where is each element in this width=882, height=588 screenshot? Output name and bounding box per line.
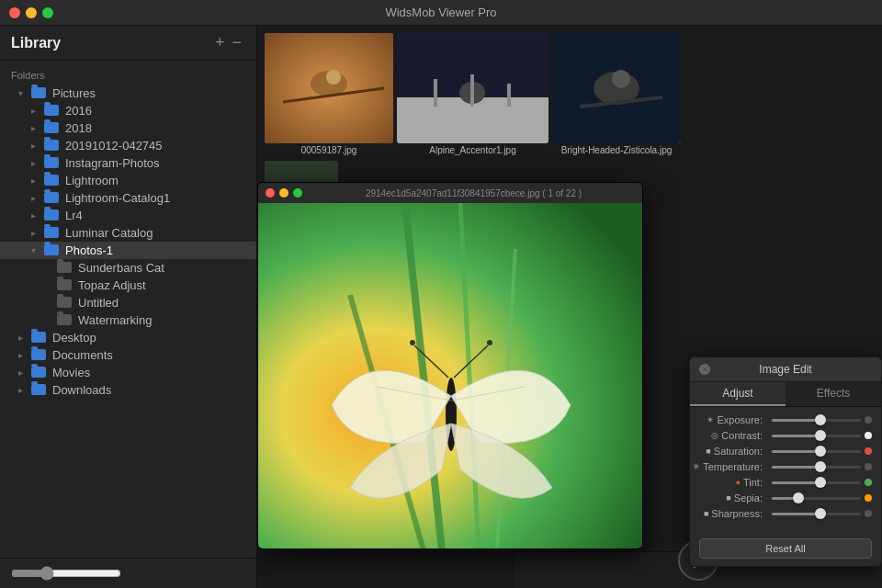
sidebar-item-20191012[interactable]: ▸ 20191012-042745 bbox=[0, 137, 256, 154]
thumbnail-filename: Bright-Headed-Zisticola.jpg bbox=[561, 143, 673, 157]
zoom-slider[interactable] bbox=[11, 566, 121, 581]
folder-icon bbox=[31, 332, 48, 345]
thumbnail-box[interactable] bbox=[552, 33, 681, 143]
tint-slider[interactable] bbox=[772, 481, 861, 484]
thumb-item-2[interactable]: Alpine_Accentor1.jpg bbox=[397, 33, 548, 157]
sidebar-item-label: Luminar Catalog bbox=[65, 226, 153, 240]
chevron-right-icon: ▸ bbox=[18, 385, 31, 395]
exposure-slider[interactable] bbox=[772, 419, 861, 422]
sidebar-bottom bbox=[0, 558, 256, 588]
chevron-right-icon: ▸ bbox=[31, 158, 44, 168]
svg-point-26 bbox=[487, 340, 492, 345]
sidebar-item-label: 2018 bbox=[65, 121, 92, 135]
sidebar-item-label: Untitled bbox=[78, 296, 119, 310]
sidebar-item-luminar[interactable]: ▸ Luminar Catalog bbox=[0, 224, 256, 242]
svg-point-3 bbox=[326, 70, 341, 85]
sidebar-item-instagram[interactable]: ▸ Instagram-Photos bbox=[0, 154, 256, 172]
folder-icon bbox=[44, 244, 61, 257]
tab-effects[interactable]: Effects bbox=[786, 382, 881, 406]
sepia-label: ■ Sepia: bbox=[699, 492, 768, 503]
sidebar-title: Library bbox=[11, 35, 211, 51]
saturation-slider[interactable] bbox=[772, 450, 861, 453]
thumb-item-3[interactable]: Bright-Headed-Zisticola.jpg bbox=[552, 33, 681, 157]
folder-icon bbox=[44, 105, 61, 118]
minimize-button[interactable] bbox=[26, 7, 37, 18]
tab-adjust[interactable]: Adjust bbox=[690, 382, 786, 406]
sharpness-icon: ■ bbox=[704, 509, 708, 518]
svg-rect-7 bbox=[434, 79, 437, 107]
thumbnail-row: 00059187.jpg Alpine_Ac bbox=[257, 26, 882, 157]
sidebar-item-2018[interactable]: ▸ 2018 bbox=[0, 119, 256, 137]
sidebar-item-label: Movies bbox=[52, 366, 90, 379]
remove-folder-button[interactable]: − bbox=[228, 33, 245, 52]
sidebar-item-label: Sunderbans Cat bbox=[78, 261, 164, 275]
exposure-row: ☀ Exposure: bbox=[699, 414, 872, 425]
sepia-icon: ■ bbox=[726, 493, 730, 503]
svg-point-12 bbox=[612, 70, 630, 88]
tint-row: ● Tint: bbox=[699, 477, 872, 488]
thumbnail-box[interactable] bbox=[397, 33, 548, 143]
sidebar-item-topaz[interactable]: Topaz Adjust bbox=[0, 277, 256, 294]
chevron-right-icon: ▸ bbox=[31, 193, 44, 203]
edit-panel-title: Image Edit bbox=[759, 363, 811, 376]
sidebar-item-label: Lightroom-Catalog1 bbox=[65, 191, 170, 205]
sidebar-item-sunderbans[interactable]: Sunderbans Cat bbox=[0, 259, 256, 277]
main-layout: Library + − Folders ▾ Pictures ▸ 2016 ▸ … bbox=[0, 26, 882, 588]
sidebar-item-untitled[interactable]: Untitled bbox=[0, 294, 256, 311]
sidebar-item-watermarking[interactable]: Watermarking bbox=[0, 311, 256, 329]
viewer-titlebar: 2914ec1d5a2407ad11f30841957cbece.jpg ( 1… bbox=[258, 183, 642, 203]
sidebar-item-downloads[interactable]: ▸ Downloads bbox=[0, 381, 256, 399]
viewer-maximize-button[interactable] bbox=[293, 188, 302, 198]
sidebar-item-pictures[interactable]: ▾ Pictures bbox=[0, 85, 256, 102]
edit-panel: ✕ Image Edit Adjust Effects ☀ Exposure: bbox=[689, 356, 882, 567]
sidebar: Library + − Folders ▾ Pictures ▸ 2016 ▸ … bbox=[0, 26, 257, 588]
sidebar-item-movies[interactable]: ▸ Movies bbox=[0, 364, 256, 381]
chevron-down-icon: ▾ bbox=[31, 245, 44, 255]
contrast-icon: ◎ bbox=[711, 431, 718, 440]
svg-rect-15 bbox=[258, 203, 642, 548]
maximize-button[interactable] bbox=[42, 7, 53, 18]
folder-icon bbox=[57, 314, 74, 327]
sepia-slider[interactable] bbox=[772, 497, 861, 500]
contrast-dot bbox=[865, 432, 872, 439]
sharpness-slider[interactable] bbox=[772, 513, 861, 515]
temperature-slider[interactable] bbox=[772, 466, 861, 469]
thumb-item-1[interactable]: 00059187.jpg bbox=[265, 33, 393, 157]
edit-panel-close-button[interactable]: ✕ bbox=[699, 364, 710, 375]
thumbnail-filename: 00059187.jpg bbox=[301, 143, 357, 157]
sidebar-item-2016[interactable]: ▸ 2016 bbox=[0, 102, 256, 119]
close-button[interactable] bbox=[9, 7, 20, 18]
viewer-image-area bbox=[258, 203, 642, 548]
sidebar-item-label: Desktop bbox=[52, 331, 96, 345]
edit-panel-header: ✕ Image Edit bbox=[690, 357, 881, 382]
saturation-label: ■ Saturation: bbox=[699, 446, 768, 457]
sidebar-item-desktop[interactable]: ▸ Desktop bbox=[0, 329, 256, 346]
sidebar-item-label: Photos-1 bbox=[65, 243, 113, 257]
add-folder-button[interactable]: + bbox=[211, 33, 229, 52]
viewer-minimize-button[interactable] bbox=[279, 188, 288, 198]
chevron-right-icon: ▸ bbox=[18, 333, 31, 343]
sidebar-item-documents[interactable]: ▸ Documents bbox=[0, 346, 256, 364]
sidebar-item-label: Topaz Adjust bbox=[78, 278, 146, 292]
exposure-dot bbox=[865, 416, 872, 424]
folder-icon bbox=[44, 192, 61, 205]
exposure-label: ☀ Exposure: bbox=[699, 414, 768, 425]
contrast-label: ◎ Contrast: bbox=[699, 430, 768, 441]
temperature-icon: ✳ bbox=[693, 462, 700, 471]
exposure-icon: ☀ bbox=[707, 415, 714, 424]
viewer-close-button[interactable] bbox=[266, 188, 275, 198]
sidebar-item-photos1[interactable]: ▾ Photos-1 bbox=[0, 242, 256, 259]
contrast-slider[interactable] bbox=[772, 435, 861, 437]
sidebar-item-lightroom[interactable]: ▸ Lightroom bbox=[0, 172, 256, 189]
contrast-row: ◎ Contrast: bbox=[699, 430, 872, 441]
sidebar-item-lightroom-catalog[interactable]: ▸ Lightroom-Catalog1 bbox=[0, 189, 256, 207]
thumbnail-box[interactable] bbox=[265, 33, 393, 143]
titlebar: WidsMob Viewer Pro bbox=[0, 0, 882, 26]
chevron-right-icon: ▸ bbox=[31, 228, 44, 238]
chevron-right-icon: ▸ bbox=[31, 141, 44, 151]
sidebar-item-lr4[interactable]: ▸ Lr4 bbox=[0, 207, 256, 224]
reset-all-button[interactable]: Reset All bbox=[699, 538, 872, 559]
chevron-right-icon: ▸ bbox=[31, 175, 44, 186]
tint-label: ● Tint: bbox=[699, 477, 768, 488]
chevron-right-icon: ▸ bbox=[18, 350, 31, 360]
